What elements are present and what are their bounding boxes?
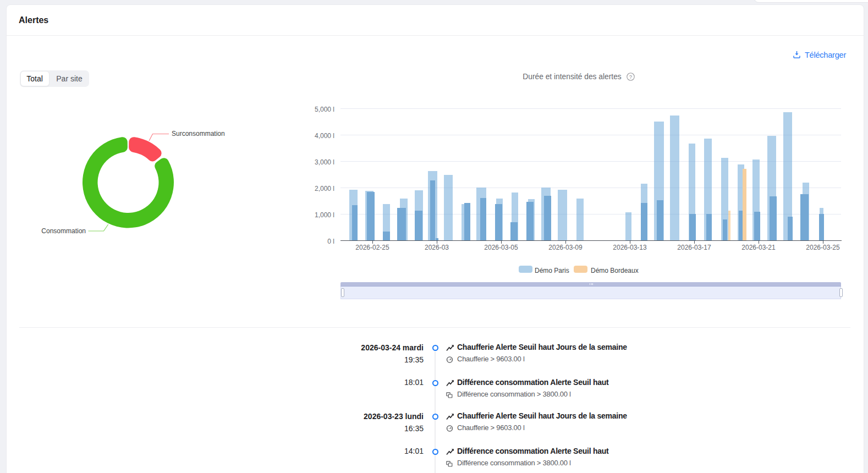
svg-text:?: ? <box>629 74 632 80</box>
